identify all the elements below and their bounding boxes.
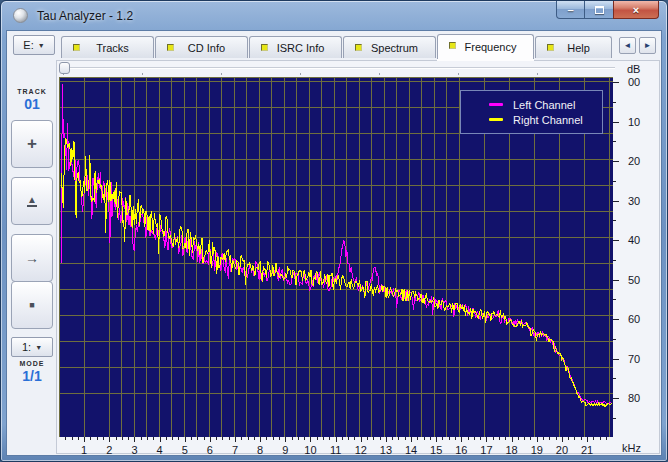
- y-axis-label: 50: [628, 274, 654, 286]
- axis-tick: [65, 437, 66, 440]
- y-axis-label: 00: [628, 76, 654, 88]
- axis-tick: [613, 359, 619, 360]
- y-axis-label: 20: [628, 155, 654, 167]
- axis-tick: [122, 437, 123, 440]
- maximize-button[interactable]: [585, 1, 613, 19]
- tab-tracks[interactable]: Tracks: [61, 36, 154, 58]
- tab-label: Frequency: [444, 41, 527, 53]
- axis-tick: [505, 437, 506, 440]
- tab-frequency[interactable]: Frequency: [437, 34, 534, 59]
- axis-tick: [442, 437, 443, 440]
- y-axis-label: 70: [628, 353, 654, 365]
- axis-tick: [310, 437, 311, 442]
- tab-scroll-right-button[interactable]: ►: [639, 37, 656, 54]
- tab-spectrum[interactable]: Spectrum: [343, 36, 436, 58]
- axis-tick: [606, 437, 607, 440]
- axis-tick: [128, 437, 129, 440]
- axis-tick: [191, 437, 192, 440]
- axis-tick: [480, 437, 481, 440]
- tab-scroll-left-button[interactable]: ◄: [619, 37, 636, 54]
- axis-tick: [474, 437, 475, 440]
- axis-tick: [613, 339, 616, 340]
- left-channel-swatch: [489, 103, 503, 106]
- axis-tick: [392, 437, 393, 440]
- axis-tick: [530, 437, 531, 440]
- axis-tick: [398, 437, 399, 440]
- x-axis-label: 10: [298, 444, 322, 456]
- axis-tick: [210, 437, 211, 442]
- axis-tick: [260, 437, 261, 442]
- x-axis-label: 5: [173, 444, 197, 456]
- axis-tick: [411, 437, 412, 442]
- arrow-right-icon: →: [25, 250, 39, 266]
- axis-tick: [160, 437, 161, 442]
- axis-tick: [613, 299, 616, 300]
- axis-tick: [298, 437, 299, 440]
- axis-tick: [493, 437, 494, 440]
- x-axis-label: 18: [500, 444, 524, 456]
- x-axis-label: 14: [399, 444, 423, 456]
- x-axis-label: 3: [122, 444, 146, 456]
- axis-tick: [329, 437, 330, 440]
- drive-select[interactable]: E: ▼: [13, 35, 55, 55]
- axis-tick: [424, 437, 425, 440]
- axis-tick: [373, 437, 374, 440]
- axis-tick: [109, 437, 110, 442]
- close-button[interactable]: ×: [613, 1, 659, 19]
- axis-tick: [141, 437, 142, 440]
- next-button[interactable]: →: [11, 234, 53, 282]
- axis-tick: [613, 280, 619, 281]
- x-axis-label: 8: [248, 444, 272, 456]
- axis-tick: [172, 437, 173, 440]
- axis-tick: [254, 437, 255, 440]
- minimize-icon: –: [567, 4, 573, 16]
- stop-button[interactable]: ■: [11, 281, 53, 329]
- app-icon: [13, 8, 28, 23]
- axis-tick: [116, 437, 117, 440]
- y-axis-label: 80: [628, 392, 654, 404]
- axis-tick: [197, 437, 198, 440]
- tab-cd-info[interactable]: CD Info: [155, 36, 248, 58]
- axis-tick: [562, 437, 563, 442]
- track-number: 01: [10, 96, 54, 112]
- axis-tick: [84, 437, 85, 442]
- legend-label: Left Channel: [513, 99, 575, 111]
- frequency-panel: Left Channel Right Channel dB kHz 001020…: [56, 60, 660, 454]
- minimize-button[interactable]: –: [556, 1, 585, 19]
- axis-tick: [273, 437, 274, 440]
- arrow-right-icon: ►: [644, 41, 652, 50]
- maximize-icon: [595, 6, 604, 14]
- x-axis-label: 19: [525, 444, 549, 456]
- axis-tick: [147, 437, 148, 440]
- axis-tick: [613, 102, 616, 103]
- axis-tick: [348, 437, 349, 440]
- axis-tick: [103, 437, 104, 440]
- axis-tick: [279, 437, 280, 440]
- x-axis-label: 9: [273, 444, 297, 456]
- slider-track[interactable]: [59, 67, 615, 69]
- axis-tick: [241, 437, 242, 440]
- axis-tick: [549, 437, 550, 440]
- mode-select[interactable]: 1: ▼: [11, 337, 53, 357]
- axis-tick: [78, 437, 79, 440]
- x-axis-label: 12: [349, 444, 373, 456]
- eject-button[interactable]: ▲: [11, 177, 53, 225]
- axis-tick: [235, 437, 236, 442]
- right-channel-trace: [61, 138, 611, 407]
- axis-tick: [72, 437, 73, 440]
- axis-tick: [342, 437, 343, 440]
- slider-thumb[interactable]: [59, 62, 70, 74]
- right-channel-swatch: [489, 118, 503, 121]
- axis-tick: [455, 437, 456, 440]
- x-axis-label: 2: [97, 444, 121, 456]
- x-axis-label: 16: [449, 444, 473, 456]
- axis-tick: [430, 437, 431, 440]
- plus-icon: +: [27, 134, 37, 154]
- tab-help[interactable]: Help: [535, 36, 612, 58]
- axis-tick: [613, 378, 616, 379]
- add-button[interactable]: +: [11, 120, 53, 168]
- axis-tick: [90, 437, 91, 440]
- position-slider[interactable]: [59, 62, 615, 75]
- tab-strip: E: ▼ Tracks CD Info ISRC Info S: [9, 33, 659, 60]
- tab-isrc-info[interactable]: ISRC Info: [249, 36, 342, 58]
